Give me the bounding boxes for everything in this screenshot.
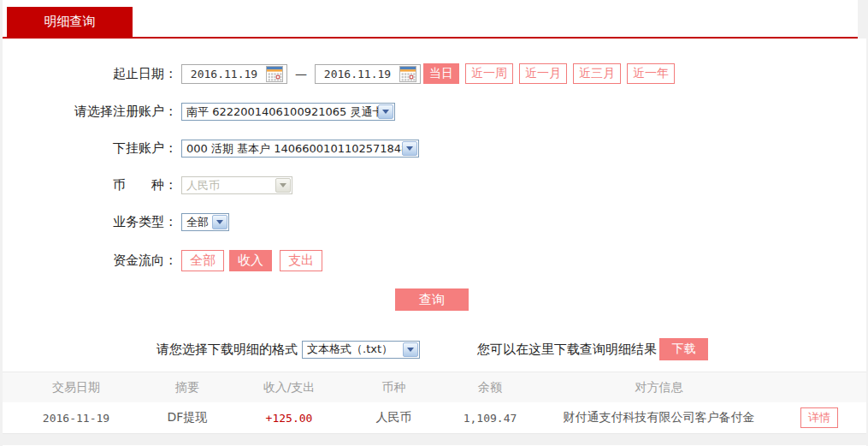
detail-button[interactable]: 详情: [800, 407, 838, 428]
date-separator: —: [295, 67, 307, 80]
start-date-field: [181, 64, 287, 84]
header-income-expense: 收入/支出: [225, 380, 353, 395]
download-format-select[interactable]: 文本格式（.txt）: [302, 341, 420, 359]
quick-range-week-button[interactable]: 近一周: [465, 63, 513, 84]
cell-currency: 人民币: [353, 410, 434, 425]
register-account-row: 请选择注册账户： 南平 6222001406100921065 灵通卡: [3, 103, 866, 121]
download-format-label: 请您选择下载明细的格式: [156, 342, 298, 358]
quick-range-month-button[interactable]: 近一月: [519, 63, 567, 84]
quick-range-3months-button[interactable]: 近三月: [573, 63, 621, 84]
start-date-input[interactable]: [182, 66, 266, 82]
query-button-row: 查询: [3, 288, 866, 311]
chevron-down-icon[interactable]: [402, 141, 417, 156]
register-account-label: 请选择注册账户：: [3, 104, 177, 120]
chevron-down-icon: [275, 178, 291, 193]
currency-row: 币 种： 人民币: [3, 176, 866, 194]
business-type-select[interactable]: 全部: [181, 213, 229, 231]
footer-strip: [3, 434, 866, 445]
quick-range-today-button[interactable]: 当日: [423, 63, 459, 84]
cell-amount: +125.00: [225, 412, 353, 425]
cell-counterparty: 财付通支付科技有限公司客户备付金: [546, 410, 772, 425]
download-format-value: 文本格式（.txt）: [307, 342, 393, 357]
results-table: 交易日期 摘要 收入/支出 币种 余额 对方信息 2016-11-19 DF提现…: [3, 372, 866, 445]
fund-flow-expense-button[interactable]: 支出: [280, 250, 322, 271]
currency-select: 人民币: [181, 176, 292, 194]
business-type-value: 全部: [186, 215, 209, 230]
sub-account-label: 下挂账户：: [3, 140, 177, 157]
cell-trade-date: 2016-11-19: [3, 412, 150, 425]
business-type-row: 业务类型： 全部: [3, 213, 866, 231]
fund-flow-all-button[interactable]: 全部: [181, 250, 224, 271]
sub-account-select[interactable]: 000 活期 基本户 1406600101102571848: [181, 140, 419, 158]
business-type-label: 业务类型：: [3, 214, 177, 230]
main-panel: 明细查询 起止日期：: [3, 0, 866, 446]
cell-summary: DF提现: [150, 410, 225, 425]
query-form: 起止日期： —: [3, 39, 866, 360]
currency-value: 人民币: [186, 178, 220, 193]
fund-flow-label: 资金流向：: [3, 253, 177, 269]
header-currency: 币种: [353, 380, 434, 395]
calendar-icon[interactable]: [266, 66, 283, 82]
tabbar-corner: [858, 0, 866, 39]
table-header-row: 交易日期 摘要 收入/支出 币种 余额 对方信息: [3, 372, 866, 402]
end-date-field: [315, 64, 421, 84]
table-row: 2016-11-19 DF提现 +125.00 人民币 1,109.47 财付通…: [3, 402, 866, 434]
date-range-row: 起止日期： —: [3, 63, 866, 84]
fund-flow-row: 资金流向： 全部 收入 支出: [3, 250, 866, 271]
tab-detail-query[interactable]: 明细查询: [7, 7, 133, 37]
chevron-down-icon[interactable]: [212, 215, 227, 229]
calendar-icon[interactable]: [399, 66, 416, 82]
download-row: 请您选择下载明细的格式 文本格式（.txt） 您可以在这里下载查询明细结果 下载: [156, 338, 866, 360]
header-summary: 摘要: [150, 380, 225, 395]
date-range-label: 起止日期：: [3, 66, 177, 82]
register-account-value: 南平 6222001406100921065 灵通卡: [186, 104, 378, 120]
download-hint: 您可以在这里下载查询明细结果: [477, 342, 657, 358]
cell-balance: 1,109.47: [434, 412, 546, 425]
chevron-down-icon[interactable]: [378, 104, 393, 119]
register-account-select[interactable]: 南平 6222001406100921065 灵通卡: [181, 103, 395, 121]
sub-account-value: 000 活期 基本户 1406600101102571848: [186, 141, 402, 157]
quick-range-year-button[interactable]: 近一年: [627, 63, 675, 84]
currency-label: 币 种：: [3, 177, 177, 193]
header-counterparty: 对方信息: [546, 380, 772, 395]
end-date-input[interactable]: [316, 66, 399, 82]
download-button[interactable]: 下载: [659, 338, 708, 360]
query-button[interactable]: 查询: [395, 288, 469, 311]
header-trade-date: 交易日期: [3, 380, 150, 395]
chevron-down-icon[interactable]: [403, 342, 418, 357]
fund-flow-income-button[interactable]: 收入: [229, 250, 272, 271]
header-balance: 余额: [434, 380, 546, 395]
tab-bar: 明细查询: [3, 0, 858, 39]
sub-account-row: 下挂账户： 000 活期 基本户 1406600101102571848: [3, 140, 866, 158]
